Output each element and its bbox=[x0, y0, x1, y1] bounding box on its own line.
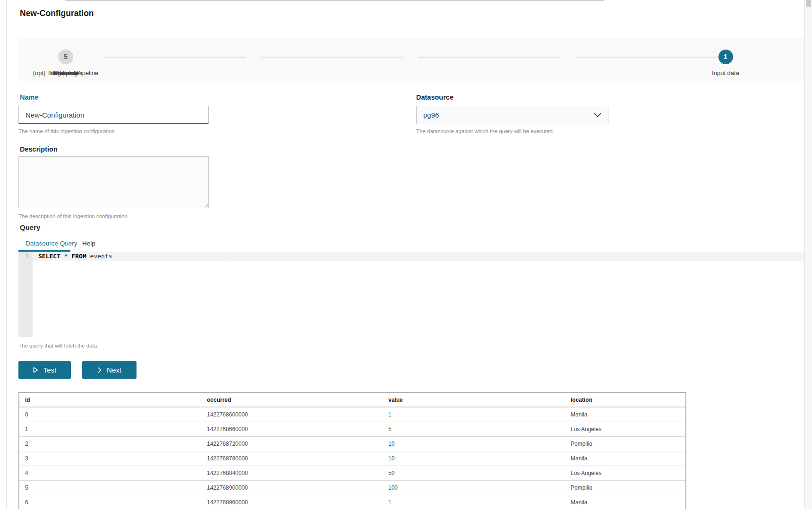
test-button-label: Test bbox=[43, 366, 57, 374]
table-cell: Manila bbox=[565, 407, 685, 422]
datasource-selected-value: pg96 bbox=[423, 111, 439, 119]
scrollbar[interactable] bbox=[804, 0, 812, 509]
description-textarea[interactable] bbox=[18, 156, 209, 208]
chevron-down-icon bbox=[594, 113, 601, 118]
table-cell: 1422768840000 bbox=[201, 466, 383, 480]
new-configuration-page: New-Configuration 1 Input data 2 (opt) T… bbox=[0, 0, 812, 509]
sql-keyword: SELECT bbox=[38, 253, 60, 260]
stepper-connector bbox=[418, 57, 560, 58]
stepper-connector bbox=[103, 57, 246, 58]
table-cell: Los Angeles bbox=[565, 422, 685, 436]
table-cell: 3 bbox=[19, 451, 201, 466]
table-cell: Pompilio bbox=[565, 436, 685, 451]
stepper-step-schedule[interactable]: 5 Schedule bbox=[18, 50, 113, 76]
table-cell: 5 bbox=[383, 422, 565, 436]
table-row: 4 1422768840000 50 Los Angeles bbox=[19, 466, 685, 480]
editor-print-margin bbox=[227, 252, 227, 337]
table-row: 1 1422768660000 5 Los Angeles bbox=[19, 422, 685, 436]
table-cell: Manila bbox=[565, 495, 685, 509]
stepper-step-input-data[interactable]: 1 Input data bbox=[678, 50, 773, 76]
editor-gutter: 1 bbox=[18, 252, 33, 337]
table-cell: 10 bbox=[383, 436, 565, 451]
panel-left-border bbox=[6, 0, 7, 509]
step-number-badge: 1 bbox=[718, 50, 733, 64]
test-button[interactable]: Test bbox=[18, 361, 71, 379]
editor-active-line bbox=[18, 252, 804, 261]
step-label: Schedule bbox=[18, 69, 113, 76]
table-row: 0 1422768600000 1 Manila bbox=[19, 407, 685, 422]
stepper-connector bbox=[261, 57, 403, 58]
name-input[interactable] bbox=[18, 106, 209, 124]
sql-identifier: events bbox=[90, 253, 112, 260]
table-cell: 1422768600000 bbox=[201, 407, 383, 422]
table-cell: 4 bbox=[19, 466, 201, 480]
datasource-select[interactable]: pg96 bbox=[416, 106, 608, 124]
top-divider bbox=[65, 0, 604, 1]
table-row: 2 1422768720000 10 Pompilio bbox=[19, 436, 685, 451]
query-help-text: The query that will fetch the data. bbox=[18, 343, 98, 348]
table-cell: 1422768900000 bbox=[201, 480, 383, 495]
table-cell: 1422768720000 bbox=[201, 436, 383, 451]
chevron-right-icon bbox=[97, 367, 102, 373]
sql-keyword: FROM bbox=[71, 253, 86, 260]
table-header-row: id occurred value location bbox=[19, 393, 685, 407]
step-label: Input data bbox=[678, 69, 773, 76]
name-help-text: The name of this ingestion configuration bbox=[18, 128, 115, 134]
tab-help[interactable]: Help bbox=[82, 240, 95, 247]
table-row: 6 1422768960000 1 Manila bbox=[19, 495, 685, 509]
page-title: New-Configuration bbox=[20, 8, 94, 18]
table-cell: 10 bbox=[383, 451, 565, 466]
query-results-table: id occurred value location 0 14227686000… bbox=[18, 392, 686, 509]
scrollbar-thumb[interactable] bbox=[806, 0, 811, 7]
column-header-id: id bbox=[19, 393, 201, 407]
column-header-value: value bbox=[383, 393, 565, 407]
description-label: Description bbox=[20, 145, 58, 153]
table-cell: 6 bbox=[19, 495, 201, 509]
query-code-editor[interactable]: 1 SELECT * FROM events bbox=[18, 252, 804, 337]
table-cell: Los Angeles bbox=[565, 466, 685, 480]
table-cell: 1 bbox=[383, 495, 565, 509]
table-cell: 100 bbox=[383, 480, 565, 495]
table-cell: 5 bbox=[19, 480, 201, 495]
table-cell: Pompilio bbox=[565, 480, 685, 495]
column-header-occurred: occurred bbox=[201, 393, 383, 407]
table-cell: 0 bbox=[19, 407, 201, 422]
table-cell: 50 bbox=[383, 466, 565, 480]
table-cell: 1 bbox=[19, 422, 201, 436]
query-label: Query bbox=[20, 223, 40, 231]
table-row: 3 1422768780000 10 Manila bbox=[19, 451, 685, 466]
table-cell: 1422768660000 bbox=[201, 422, 383, 436]
table-cell: Manila bbox=[565, 451, 685, 466]
tab-datasource-query[interactable]: Datasource Query bbox=[26, 240, 77, 247]
next-button[interactable]: Next bbox=[82, 361, 137, 379]
name-label: Name bbox=[20, 93, 39, 101]
table-cell: 2 bbox=[19, 436, 201, 451]
step-number-badge: 5 bbox=[59, 50, 73, 64]
play-icon bbox=[33, 367, 38, 373]
code-line: SELECT * FROM events bbox=[38, 252, 112, 261]
wizard-stepper: 1 Input data 2 (opt) Transform Pipeline … bbox=[18, 38, 804, 81]
description-help-text: The description of this ingestion config… bbox=[18, 213, 128, 219]
sql-star: * bbox=[64, 253, 68, 260]
datasource-help-text: The datasource against which the query w… bbox=[416, 128, 554, 134]
line-number: 1 bbox=[18, 252, 33, 261]
column-header-location: location bbox=[565, 393, 685, 407]
table-cell: 1422768780000 bbox=[201, 451, 383, 466]
table-cell: 1 bbox=[383, 407, 565, 422]
next-button-label: Next bbox=[107, 366, 121, 374]
table-row: 5 1422768900000 100 Pompilio bbox=[19, 480, 685, 495]
table-cell: 1422768960000 bbox=[201, 495, 383, 509]
datasource-label: Datasource bbox=[416, 93, 453, 101]
